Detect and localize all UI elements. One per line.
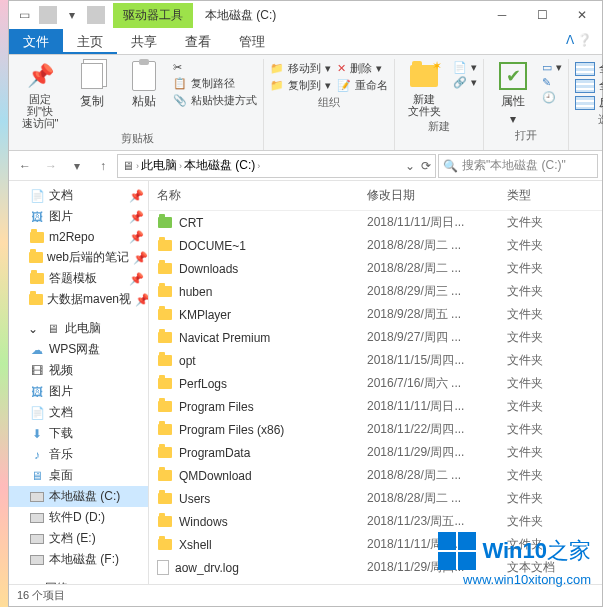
sidebar-item[interactable]: 答题模板📌 bbox=[9, 268, 148, 289]
maximize-button[interactable]: ☐ bbox=[522, 1, 562, 29]
file-date: 2018/9/28/周五 ... bbox=[367, 306, 507, 323]
breadcrumb-seg-driveC[interactable]: 本地磁盘 (C:)› bbox=[184, 157, 260, 174]
rename-button[interactable]: 📝重命名 bbox=[337, 78, 388, 93]
context-tab-drive-tools[interactable]: 驱动器工具 bbox=[113, 3, 193, 28]
pinned-icon: 📌 bbox=[128, 271, 144, 287]
recent-locations-button[interactable]: ▾ bbox=[65, 154, 89, 178]
file-row[interactable]: KMPlayer2018/9/28/周五 ...文件夹 bbox=[149, 303, 602, 326]
copy-button[interactable]: 复制 bbox=[69, 61, 115, 110]
col-name[interactable]: 名称 bbox=[157, 187, 367, 204]
paste-button[interactable]: 粘贴 bbox=[121, 61, 167, 110]
titlebar: ▭ ▾ 驱动器工具 本地磁盘 (C:) ─ ☐ ✕ bbox=[9, 1, 602, 29]
refresh-button[interactable]: ⟳ bbox=[421, 159, 431, 173]
sidebar-item[interactable]: 文档 (E:) bbox=[9, 528, 148, 549]
new-folder-button[interactable]: 新建文件夹 bbox=[401, 61, 447, 117]
fold-icon bbox=[29, 292, 43, 308]
column-headers[interactable]: 名称 修改日期 类型 bbox=[149, 181, 602, 211]
file-row[interactable]: Downloads2018/8/28/周二 ...文件夹 bbox=[149, 257, 602, 280]
sidebar-item-label: 下载 bbox=[49, 425, 73, 442]
file-row[interactable]: QMDownload2018/8/28/周二 ...文件夹 bbox=[149, 464, 602, 487]
tab-file[interactable]: 文件 bbox=[9, 29, 63, 54]
navigation-pane[interactable]: 📄文档📌🖼图片📌m2Repo📌web后端的笔记📌答题模板📌大数据maven视📌⌄… bbox=[9, 181, 149, 584]
file-row[interactable]: huben2018/8/29/周三 ...文件夹 bbox=[149, 280, 602, 303]
sidebar-item[interactable]: ♪音乐 bbox=[9, 444, 148, 465]
file-date: 2018/11/29/周四... bbox=[367, 559, 507, 576]
file-row[interactable]: Windows2018/11/23/周五...文件夹 bbox=[149, 510, 602, 533]
move-to-button[interactable]: 📁移动到 ▾ bbox=[270, 61, 331, 76]
tab-home[interactable]: 主页 bbox=[63, 29, 117, 54]
select-all-button[interactable]: 全部选择 bbox=[575, 61, 603, 76]
chevron-icon[interactable]: › bbox=[136, 161, 139, 171]
delete-button[interactable]: ✕删除 ▾ bbox=[337, 61, 388, 76]
sidebar-item[interactable]: web后端的笔记📌 bbox=[9, 247, 148, 268]
sidebar-item[interactable]: 🎞视频 bbox=[9, 360, 148, 381]
sidebar-item[interactable]: 软件D (D:) bbox=[9, 507, 148, 528]
col-date[interactable]: 修改日期 bbox=[367, 187, 507, 204]
file-row[interactable]: aow_drv.log2018/11/29/周四...文本文档 bbox=[149, 556, 602, 579]
file-type: 文本文档 bbox=[507, 559, 594, 576]
file-row[interactable]: Users2018/8/28/周二 ...文件夹 bbox=[149, 487, 602, 510]
sidebar-item[interactable]: m2Repo📌 bbox=[9, 227, 148, 247]
address-dropdown-button[interactable]: ⌄ bbox=[405, 159, 415, 173]
select-invert-button[interactable]: 反向选择 bbox=[575, 95, 603, 110]
open-icon: ▭ bbox=[542, 61, 552, 74]
paste-shortcut-button[interactable]: 📎粘贴快捷方式 bbox=[173, 93, 257, 108]
file-name: ProgramData bbox=[179, 446, 250, 460]
col-type[interactable]: 类型 bbox=[507, 187, 594, 204]
sidebar-item[interactable]: ☁WPS网盘 bbox=[9, 339, 148, 360]
file-name: opt bbox=[179, 354, 196, 368]
file-row[interactable]: Program Files2018/11/11/周日...文件夹 bbox=[149, 395, 602, 418]
select-none-button[interactable]: 全部取消 bbox=[575, 78, 603, 93]
properties-button[interactable]: ✔ 属性▾ bbox=[490, 61, 536, 126]
up-button[interactable]: ↑ bbox=[91, 154, 115, 178]
collapse-ribbon-button[interactable]: ᐱ ❔ bbox=[556, 29, 602, 54]
history-button[interactable]: 🕘 bbox=[542, 91, 562, 104]
pinned-icon: 📌 bbox=[128, 209, 144, 225]
file-row[interactable]: CRT2018/11/11/周日...文件夹 bbox=[149, 211, 602, 234]
file-row[interactable]: opt2018/11/15/周四...文件夹 bbox=[149, 349, 602, 372]
group-label-clipboard: 剪贴板 bbox=[121, 131, 154, 148]
minimize-button[interactable]: ─ bbox=[482, 1, 522, 29]
breadcrumb-seg-thispc[interactable]: 此电脑› bbox=[141, 157, 182, 174]
address-bar[interactable]: 🖥 › 此电脑› 本地磁盘 (C:)› ⌄ ⟳ bbox=[117, 154, 436, 178]
file-list[interactable]: 名称 修改日期 类型 CRT2018/11/11/周日...文件夹DOCUME~… bbox=[149, 181, 602, 584]
file-row[interactable]: Navicat Premium2018/9/27/周四 ...文件夹 bbox=[149, 326, 602, 349]
open-button[interactable]: ▭▾ bbox=[542, 61, 562, 74]
expand-icon[interactable]: ⌄ bbox=[25, 321, 41, 337]
sidebar-item[interactable]: 📄文档 bbox=[9, 402, 148, 423]
sidebar-item[interactable]: 🖼图片📌 bbox=[9, 206, 148, 227]
tab-manage[interactable]: 管理 bbox=[225, 29, 279, 54]
sidebar-item[interactable]: ⌄🖥此电脑 bbox=[9, 318, 148, 339]
file-row[interactable]: Xshell2018/11/11/周日...文件夹 bbox=[149, 533, 602, 556]
folder-icon bbox=[157, 284, 173, 300]
copy-to-button[interactable]: 📁复制到 ▾ bbox=[270, 78, 331, 93]
tab-view[interactable]: 查看 bbox=[171, 29, 225, 54]
copy-path-button[interactable]: 📋复制路径 bbox=[173, 76, 257, 91]
back-button[interactable]: ← bbox=[13, 154, 37, 178]
sidebar-item[interactable]: 📄文档📌 bbox=[9, 185, 148, 206]
pc-icon: 🖥 bbox=[45, 321, 61, 337]
sidebar-item[interactable]: ⬇下载 bbox=[9, 423, 148, 444]
easy-access-button[interactable]: 🔗▾ bbox=[453, 76, 477, 89]
sidebar-item[interactable]: 大数据maven视📌 bbox=[9, 289, 148, 310]
edit-button[interactable]: ✎ bbox=[542, 76, 562, 89]
close-button[interactable]: ✕ bbox=[562, 1, 602, 29]
forward-button[interactable]: → bbox=[39, 154, 63, 178]
file-row[interactable]: PerfLogs2016/7/16/周六 ...文件夹 bbox=[149, 372, 602, 395]
sidebar-item[interactable]: 🖼图片 bbox=[9, 381, 148, 402]
sidebar-item-label: 文档 (E:) bbox=[49, 530, 96, 547]
new-item-button[interactable]: 📄▾ bbox=[453, 61, 477, 74]
tab-share[interactable]: 共享 bbox=[117, 29, 171, 54]
pinned-icon: 📌 bbox=[128, 229, 144, 245]
search-input[interactable]: 🔍 搜索"本地磁盘 (C:)" bbox=[438, 154, 598, 178]
sidebar-item[interactable]: 本地磁盘 (C:) bbox=[9, 486, 148, 507]
file-row[interactable]: ProgramData2018/11/29/周四...文件夹 bbox=[149, 441, 602, 464]
pin-to-quickaccess-button[interactable]: 📌 固定到"快速访问" bbox=[17, 61, 63, 129]
file-row[interactable]: Program Files (x86)2018/11/22/周四...文件夹 bbox=[149, 418, 602, 441]
file-row[interactable]: DOCUME~12018/8/28/周二 ...文件夹 bbox=[149, 234, 602, 257]
sidebar-item[interactable]: 🖥桌面 bbox=[9, 465, 148, 486]
qat-save-icon[interactable]: ▾ bbox=[63, 6, 81, 24]
sidebar-item[interactable]: 本地磁盘 (F:) bbox=[9, 549, 148, 570]
doc-icon: 📄 bbox=[29, 188, 45, 204]
cut-button[interactable]: ✂ bbox=[173, 61, 257, 74]
